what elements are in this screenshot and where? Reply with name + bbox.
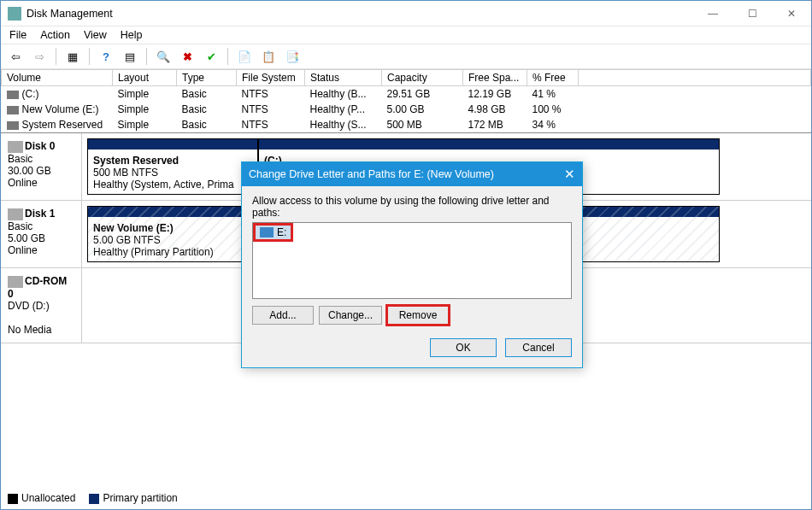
- disk-icon: [8, 276, 23, 288]
- change-drive-letter-dialog: Change Drive Letter and Paths for E: (Ne…: [241, 161, 583, 368]
- legend-unallocated: Unallocated: [21, 492, 75, 504]
- legend: Unallocated Primary partition: [8, 492, 178, 504]
- drive-list-item[interactable]: E:: [255, 225, 291, 240]
- col-fs[interactable]: File System: [237, 70, 305, 86]
- toolbar: ⇦ ⇨ ▦ ? ▤ 🔍 ✖ ✔ 📄 📋 📑: [1, 44, 811, 69]
- col-capacity[interactable]: Capacity: [382, 70, 463, 86]
- dialog-close-icon[interactable]: ✕: [564, 167, 575, 182]
- check-icon[interactable]: ✔: [202, 47, 221, 66]
- col-status[interactable]: Status: [305, 70, 382, 86]
- doc1-icon[interactable]: 📄: [235, 47, 254, 66]
- drive-list[interactable]: E:: [252, 222, 572, 299]
- menubar: File Action View Help: [1, 26, 811, 44]
- delete-icon[interactable]: ✖: [178, 47, 197, 66]
- col-free[interactable]: Free Spa...: [463, 70, 527, 86]
- cancel-button[interactable]: Cancel: [505, 338, 572, 357]
- volume-row[interactable]: System ReservedSimpleBasicNTFSHealthy (S…: [2, 117, 811, 132]
- maximize-button[interactable]: ☐: [733, 1, 772, 26]
- col-layout[interactable]: Layout: [113, 70, 177, 86]
- titlebar: Disk Management — ☐ ✕: [1, 1, 811, 26]
- legend-primary: Primary partition: [103, 492, 177, 504]
- help-icon[interactable]: ?: [97, 47, 115, 66]
- refresh-icon[interactable]: 🔍: [154, 47, 173, 66]
- menu-help[interactable]: Help: [121, 29, 143, 41]
- volume-row[interactable]: New Volume (E:)SimpleBasicNTFSHealthy (P…: [2, 102, 811, 117]
- col-volume[interactable]: Volume: [2, 70, 113, 86]
- forward-button[interactable]: ⇨: [30, 47, 49, 66]
- drive-icon: [260, 227, 274, 237]
- partition[interactable]: System Reserved500 MB NTFSHealthy (Syste…: [87, 138, 258, 195]
- menu-action[interactable]: Action: [40, 29, 70, 41]
- close-button[interactable]: ✕: [772, 1, 811, 26]
- app-icon: [8, 7, 21, 21]
- col-type[interactable]: Type: [177, 70, 237, 86]
- dialog-instruction: Allow access to this volume by using the…: [252, 195, 572, 219]
- disk-icon: [8, 141, 23, 153]
- drive-letter-label: E:: [277, 226, 286, 238]
- menu-file[interactable]: File: [9, 29, 26, 41]
- dialog-title: Change Drive Letter and Paths for E: (Ne…: [249, 168, 494, 180]
- properties-icon[interactable]: ▤: [121, 47, 139, 66]
- col-pct[interactable]: % Free: [527, 70, 579, 86]
- back-button[interactable]: ⇦: [6, 47, 25, 66]
- doc2-icon[interactable]: 📋: [259, 47, 278, 66]
- doc3-icon[interactable]: 📑: [283, 47, 302, 66]
- show-hide-button[interactable]: ▦: [63, 47, 82, 66]
- window-title: Disk Management: [26, 8, 693, 20]
- volume-table: Volume Layout Type File System Status Ca…: [1, 69, 811, 132]
- add-button[interactable]: Add...: [252, 306, 314, 325]
- change-button[interactable]: Change...: [319, 306, 382, 325]
- disk-icon: [8, 208, 23, 220]
- minimize-button[interactable]: —: [693, 1, 733, 26]
- remove-button[interactable]: Remove: [387, 306, 449, 325]
- menu-view[interactable]: View: [84, 29, 107, 41]
- ok-button[interactable]: OK: [430, 338, 497, 357]
- volume-row[interactable]: (C:)SimpleBasicNTFSHealthy (B...29.51 GB…: [2, 86, 811, 103]
